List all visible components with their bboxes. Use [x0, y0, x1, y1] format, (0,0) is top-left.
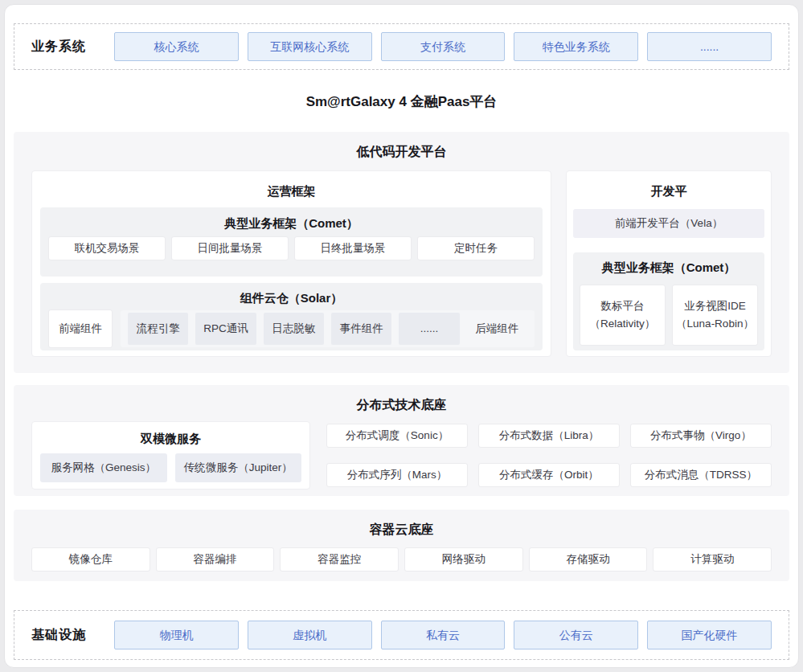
libra-data-block: 分布式数据（Libra） — [478, 424, 620, 448]
business-systems-section: 业务系统 核心系统 互联网核心系统 支付系统 特色业务系统 ...... — [14, 23, 789, 70]
comet-item-endofday-batch: 日终批量场景 — [294, 236, 412, 260]
dual-mode-title: 双模微服务 — [40, 422, 301, 448]
container-base-title: 容器云底座 — [31, 510, 772, 539]
distributed-content: 双模微服务 服务网格（Genesis） 传统微服务（Jupiter） 分布式调度… — [31, 421, 772, 490]
domestic-hardware-block: 国产化硬件 — [647, 621, 772, 649]
business-system-block-more: ...... — [647, 32, 772, 61]
infrastructure-label: 基础设施 — [31, 627, 114, 644]
network-driver-block: 网络驱动 — [404, 547, 523, 572]
jupiter-microservice-block: 传统微服务（Jupiter） — [175, 453, 302, 482]
business-system-block-core: 核心系统 — [114, 32, 239, 61]
storage-driver-block: 存储驱动 — [529, 547, 648, 572]
operation-framework-box: 运营框架 典型业务框架（Comet） 联机交易场景 日间批量场景 日终批量场景 … — [31, 170, 551, 357]
solar-front-component: 前端组件 — [48, 309, 113, 348]
solar-title: 组件云仓（Solar） — [48, 283, 535, 307]
relativity-line1: 数标平台 — [601, 297, 645, 315]
page-title: Sm@rtGalaxy 4 金融Paas平台 — [14, 92, 789, 112]
virtual-machine-block: 虚拟机 — [248, 621, 372, 649]
dev-comet-title: 典型业务框架（Comet） — [580, 252, 758, 277]
mars-sequence-block: 分布式序列（Mars） — [326, 463, 468, 487]
lowcode-platform-section: 低代码开发平台 运营框架 典型业务框架（Comet） 联机交易场景 日间批量场景… — [14, 132, 789, 373]
distributed-cards-grid: 分布式调度（Sonic） 分布式数据（Libra） 分布式事物（Virgo） 分… — [326, 424, 772, 490]
business-systems-row: 核心系统 互联网核心系统 支付系统 特色业务系统 ...... — [114, 32, 772, 61]
tdrss-message-block: 分布式消息（TDRSS） — [630, 463, 772, 487]
business-system-block-internet-core: 互联网核心系统 — [248, 32, 372, 61]
relativity-platform-block: 数标平台 （Relativity） — [580, 285, 666, 346]
solar-items-row: 前端组件 流程引擎 RPC通讯 日志脱敏 事件组件 ...... 后端组件 — [48, 309, 535, 348]
public-cloud-block: 公有云 — [514, 621, 638, 649]
container-orchestration-block: 容器编排 — [156, 547, 275, 572]
distributed-base-title: 分布式技术底座 — [31, 385, 772, 415]
business-system-block-special: 特色业务系统 — [514, 32, 638, 61]
lowcode-platform-title: 低代码开发平台 — [31, 132, 772, 162]
container-base-section: 容器云底座 镜像仓库 容器编排 容器监控 网络驱动 存储驱动 计算驱动 — [14, 510, 789, 581]
distributed-base-section: 分布式技术底座 双模微服务 服务网格（Genesis） 传统微服务（Jupite… — [14, 385, 789, 496]
orbit-cache-block: 分布式缓存（Orbit） — [478, 463, 620, 487]
solar-back-component: 后端组件 — [467, 322, 527, 336]
operation-framework-title: 运营框架 — [40, 171, 543, 202]
comet-item-daytime-batch: 日间批量场景 — [171, 236, 289, 260]
comet-item-online-trading: 联机交易场景 — [48, 236, 166, 260]
infrastructure-section: 基础设施 物理机 虚拟机 私有云 公有云 国产化硬件 — [14, 610, 789, 660]
luna-robin-line1: 业务视图IDE — [684, 297, 746, 315]
dev-platform-title: 开发平 — [573, 171, 764, 202]
comet-items-row: 联机交易场景 日间批量场景 日终批量场景 定时任务 — [48, 236, 535, 260]
vela-frontend-platform-block: 前端开发平台（Vela） — [573, 209, 764, 238]
container-monitoring-block: 容器监控 — [280, 547, 399, 572]
image-registry-block: 镜像仓库 — [31, 547, 150, 572]
solar-chip-rpc: RPC通讯 — [195, 313, 256, 345]
solar-chip-log-masking: 日志脱敏 — [264, 313, 324, 345]
solar-strip: 流程引擎 RPC通讯 日志脱敏 事件组件 ...... 后端组件 — [121, 310, 535, 347]
physical-machine-block: 物理机 — [114, 621, 239, 649]
dev-comet-items: 数标平台 （Relativity） 业务视图IDE （Luna-Robin） — [580, 285, 758, 346]
private-cloud-block: 私有云 — [381, 621, 506, 649]
dual-mode-microservice-box: 双模微服务 服务网格（Genesis） 传统微服务（Jupiter） — [31, 421, 310, 490]
dev-platform-box: 开发平 前端开发平台（Vela） 典型业务框架（Comet） 数标平台 （Rel… — [566, 170, 772, 357]
relativity-line2: （Relativity） — [590, 315, 656, 333]
infrastructure-row: 物理机 虚拟机 私有云 公有云 国产化硬件 — [114, 621, 772, 649]
solar-chip-more: ...... — [399, 313, 459, 345]
solar-component-box: 组件云仓（Solar） 前端组件 流程引擎 RPC通讯 日志脱敏 事件组件 ..… — [40, 283, 543, 350]
container-items-row: 镜像仓库 容器编排 容器监控 网络驱动 存储驱动 计算驱动 — [31, 547, 772, 572]
comet-item-scheduled-task: 定时任务 — [417, 236, 535, 260]
sonic-scheduling-block: 分布式调度（Sonic） — [326, 424, 468, 448]
genesis-service-mesh-block: 服务网格（Genesis） — [40, 453, 167, 482]
virgo-transaction-block: 分布式事物（Virgo） — [630, 424, 772, 448]
comet-framework-box: 典型业务框架（Comet） 联机交易场景 日间批量场景 日终批量场景 定时任务 — [40, 207, 543, 277]
comet-framework-title: 典型业务框架（Comet） — [48, 207, 535, 232]
dual-mode-items: 服务网格（Genesis） 传统微服务（Jupiter） — [40, 453, 301, 482]
luna-robin-line2: （Luna-Robin） — [676, 315, 754, 333]
diagram-card: 业务系统 核心系统 互联网核心系统 支付系统 特色业务系统 ...... Sm@… — [4, 4, 799, 668]
business-systems-label: 业务系统 — [31, 39, 114, 55]
compute-driver-block: 计算驱动 — [653, 547, 772, 572]
dev-comet-box: 典型业务框架（Comet） 数标平台 （Relativity） 业务视图IDE … — [573, 252, 764, 350]
solar-chip-process-engine: 流程引擎 — [128, 313, 188, 345]
business-system-block-payment: 支付系统 — [381, 32, 506, 61]
luna-robin-ide-block: 业务视图IDE （Luna-Robin） — [672, 285, 758, 346]
lowcode-content: 运营框架 典型业务框架（Comet） 联机交易场景 日间批量场景 日终批量场景 … — [31, 170, 772, 357]
solar-chip-event-component: 事件组件 — [331, 313, 391, 345]
